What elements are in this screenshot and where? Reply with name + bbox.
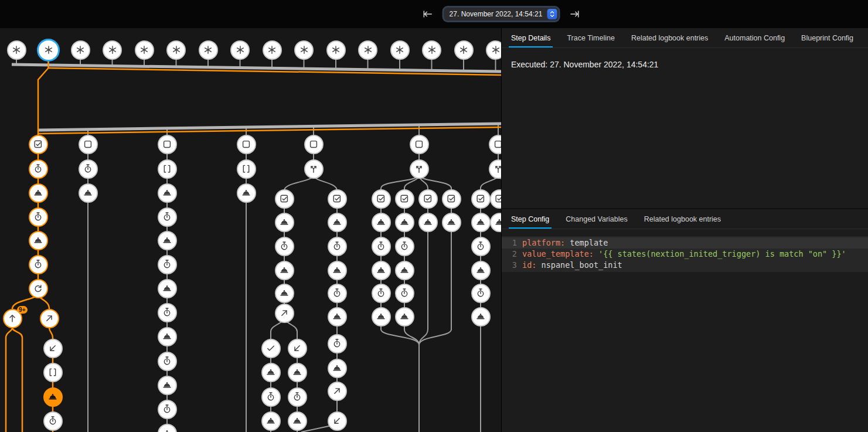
graph-node-bell[interactable] bbox=[29, 231, 48, 250]
graph-node-bell[interactable] bbox=[261, 411, 281, 431]
graph-node-bell[interactable] bbox=[158, 231, 177, 250]
graph-node-timer[interactable] bbox=[328, 334, 347, 353]
graph-node-bell[interactable] bbox=[328, 261, 347, 280]
graph-node-square[interactable] bbox=[79, 135, 98, 154]
graph-node-timer[interactable] bbox=[158, 400, 177, 419]
next-trace-button[interactable] bbox=[567, 7, 581, 21]
graph-node-asterisk[interactable] bbox=[166, 40, 186, 60]
graph-node-bell[interactable] bbox=[43, 387, 63, 407]
graph-node-bell[interactable] bbox=[471, 307, 491, 326]
graph-node-bell[interactable] bbox=[328, 359, 347, 378]
graph-node-timer[interactable] bbox=[158, 255, 177, 274]
graph-node-arrow-ne[interactable] bbox=[328, 382, 347, 401]
graph-node-split[interactable] bbox=[410, 159, 429, 179]
graph-node-asterisk[interactable] bbox=[71, 40, 90, 60]
graph-node-timer[interactable] bbox=[372, 237, 391, 256]
graph-node-asterisk[interactable] bbox=[326, 40, 346, 60]
graph-node-bell[interactable] bbox=[275, 213, 294, 232]
graph-node-bell[interactable] bbox=[490, 213, 502, 232]
graph-node-timer[interactable] bbox=[395, 284, 414, 303]
graph-node-square[interactable] bbox=[489, 135, 502, 154]
graph-node-arrow-sw[interactable] bbox=[288, 339, 307, 358]
graph-node-square[interactable] bbox=[304, 135, 324, 154]
graph-node-square[interactable] bbox=[158, 135, 177, 154]
tab-config-related-logbook-entries[interactable]: Related logbook entries bbox=[636, 209, 729, 229]
graph-node-condition[interactable] bbox=[442, 189, 461, 209]
graph-node-bell[interactable] bbox=[158, 327, 177, 346]
graph-node-bell[interactable] bbox=[328, 307, 347, 326]
graph-node-timer[interactable] bbox=[43, 411, 63, 431]
graph-node-arrow-sw[interactable] bbox=[43, 339, 63, 358]
graph-node-bell[interactable] bbox=[395, 307, 414, 326]
graph-node-asterisk[interactable] bbox=[358, 40, 377, 60]
graph-node-bell[interactable] bbox=[237, 183, 256, 203]
graph-node-bell[interactable] bbox=[395, 261, 414, 280]
graph-node-bell[interactable] bbox=[372, 261, 391, 280]
graph-node-timer[interactable] bbox=[158, 303, 177, 322]
graph-node-bell[interactable] bbox=[471, 261, 491, 280]
graph-node-asterisk[interactable] bbox=[103, 40, 122, 60]
tab-automation-config[interactable]: Automation Config bbox=[716, 28, 793, 47]
graph-node-asterisk[interactable] bbox=[230, 40, 250, 60]
graph-node-timer[interactable] bbox=[395, 237, 414, 256]
graph-node-timer[interactable] bbox=[158, 352, 177, 371]
graph-node-condition[interactable] bbox=[490, 189, 502, 209]
graph-node-timer[interactable] bbox=[372, 284, 391, 303]
graph-node-arrow-sw[interactable] bbox=[328, 411, 347, 431]
graph-node-split[interactable] bbox=[489, 159, 502, 179]
graph-node-square[interactable] bbox=[237, 135, 256, 154]
graph-node-bell[interactable] bbox=[471, 213, 491, 232]
graph-node-timer[interactable] bbox=[79, 159, 98, 179]
tab-trace-timeline[interactable]: Trace Timeline bbox=[559, 28, 623, 47]
tab-step-details[interactable]: Step Details bbox=[503, 28, 559, 47]
graph-node-timer[interactable] bbox=[275, 237, 294, 256]
graph-node-arrow-up[interactable]: 9+ bbox=[3, 309, 22, 328]
graph-node-condition[interactable] bbox=[418, 189, 438, 209]
graph-node-repeat[interactable] bbox=[29, 279, 48, 298]
graph-node-timer[interactable] bbox=[471, 237, 491, 256]
graph-node-bell[interactable] bbox=[29, 183, 48, 203]
graph-node-timer[interactable] bbox=[288, 387, 307, 407]
previous-trace-button[interactable] bbox=[421, 7, 435, 21]
tab-changed-variables[interactable]: Changed Variables bbox=[557, 209, 635, 229]
graph-node-bell[interactable] bbox=[372, 307, 391, 326]
graph-node-brackets[interactable] bbox=[158, 159, 177, 179]
graph-node-square[interactable] bbox=[410, 135, 429, 154]
graph-node-bell[interactable] bbox=[275, 284, 294, 303]
graph-node-condition[interactable] bbox=[372, 189, 391, 209]
graph-node-condition[interactable] bbox=[328, 189, 347, 209]
graph-node-asterisk[interactable] bbox=[486, 40, 501, 60]
graph-node-bell[interactable] bbox=[275, 261, 294, 280]
graph-node-asterisk[interactable] bbox=[390, 40, 410, 60]
graph-node-asterisk[interactable] bbox=[135, 40, 154, 60]
tab-blueprint-config[interactable]: Blueprint Config bbox=[793, 28, 862, 47]
graph-node-condition[interactable] bbox=[29, 135, 48, 154]
graph-node-arrow-ne[interactable] bbox=[40, 309, 59, 328]
graph-node-bell[interactable] bbox=[261, 363, 281, 382]
graph-node-condition[interactable] bbox=[275, 189, 294, 209]
graph-node-asterisk[interactable] bbox=[454, 40, 474, 60]
graph-node-asterisk[interactable] bbox=[263, 40, 282, 60]
graph-node-timer[interactable] bbox=[328, 237, 347, 256]
graph-node-bell[interactable] bbox=[158, 424, 177, 432]
tab-related-logbook-entries[interactable]: Related logbook entries bbox=[623, 28, 716, 47]
graph-node-bell[interactable] bbox=[372, 213, 391, 232]
graph-node-asterisk[interactable] bbox=[422, 40, 441, 60]
graph-node-bell[interactable] bbox=[395, 213, 414, 232]
graph-node-bell[interactable] bbox=[288, 411, 307, 431]
graph-node-check[interactable] bbox=[261, 339, 281, 358]
graph-node-brackets[interactable] bbox=[43, 363, 63, 382]
graph-node-asterisk[interactable] bbox=[39, 40, 58, 60]
graph-node-split[interactable] bbox=[304, 159, 324, 179]
graph-node-timer[interactable] bbox=[29, 208, 48, 227]
graph-node-bell[interactable] bbox=[418, 213, 438, 232]
graph-node-bell[interactable] bbox=[328, 213, 347, 232]
graph-node-brackets[interactable] bbox=[237, 159, 256, 179]
graph-node-asterisk[interactable] bbox=[294, 40, 314, 60]
graph-node-timer[interactable] bbox=[261, 387, 281, 407]
graph-node-asterisk[interactable] bbox=[7, 40, 26, 60]
graph-node-bell[interactable] bbox=[158, 376, 177, 395]
yaml-editor[interactable]: 1 platform: template 2 value_template: '… bbox=[502, 236, 868, 272]
graph-node-condition[interactable] bbox=[395, 189, 414, 209]
graph-node-arrow-ne[interactable] bbox=[275, 304, 294, 323]
